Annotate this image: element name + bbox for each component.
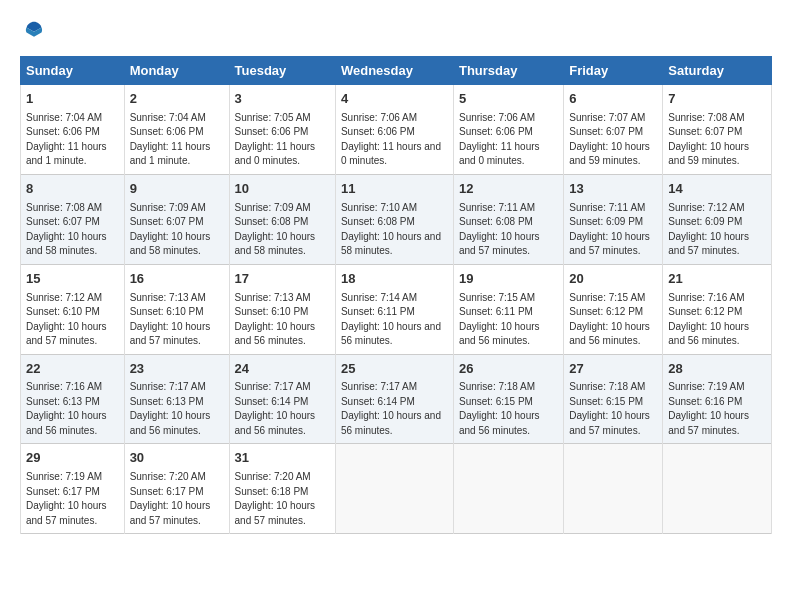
sunset: Sunset: 6:15 PM [569, 396, 643, 407]
calendar-cell: 14Sunrise: 7:12 AMSunset: 6:09 PMDayligh… [663, 174, 772, 264]
calendar-table: SundayMondayTuesdayWednesdayThursdayFrid… [20, 56, 772, 534]
sunrise: Sunrise: 7:09 AM [130, 202, 206, 213]
sunrise: Sunrise: 7:06 AM [459, 112, 535, 123]
sunrise: Sunrise: 7:08 AM [668, 112, 744, 123]
daylight: Daylight: 10 hours and 57 minutes. [668, 410, 749, 436]
calendar-cell: 6Sunrise: 7:07 AMSunset: 6:07 PMDaylight… [564, 85, 663, 175]
sunset: Sunset: 6:07 PM [569, 126, 643, 137]
logo [20, 20, 44, 40]
header-wednesday: Wednesday [335, 57, 453, 85]
daylight: Daylight: 10 hours and 56 minutes. [26, 410, 107, 436]
daylight: Daylight: 10 hours and 57 minutes. [26, 500, 107, 526]
sunrise: Sunrise: 7:19 AM [26, 471, 102, 482]
day-number: 7 [668, 90, 766, 109]
header-friday: Friday [564, 57, 663, 85]
daylight: Daylight: 10 hours and 56 minutes. [341, 410, 441, 436]
calendar-cell [335, 444, 453, 534]
sunrise: Sunrise: 7:17 AM [130, 381, 206, 392]
sunrise: Sunrise: 7:18 AM [569, 381, 645, 392]
calendar-cell: 26Sunrise: 7:18 AMSunset: 6:15 PMDayligh… [453, 354, 563, 444]
header-saturday: Saturday [663, 57, 772, 85]
daylight: Daylight: 10 hours and 57 minutes. [130, 321, 211, 347]
sunset: Sunset: 6:13 PM [26, 396, 100, 407]
sunset: Sunset: 6:11 PM [341, 306, 415, 317]
day-number: 9 [130, 180, 224, 199]
sunrise: Sunrise: 7:20 AM [130, 471, 206, 482]
sunset: Sunset: 6:10 PM [235, 306, 309, 317]
daylight: Daylight: 11 hours and 1 minute. [26, 141, 107, 167]
calendar-cell: 1Sunrise: 7:04 AMSunset: 6:06 PMDaylight… [21, 85, 125, 175]
week-row: 29Sunrise: 7:19 AMSunset: 6:17 PMDayligh… [21, 444, 772, 534]
sunset: Sunset: 6:06 PM [341, 126, 415, 137]
sunrise: Sunrise: 7:04 AM [130, 112, 206, 123]
calendar-cell: 18Sunrise: 7:14 AMSunset: 6:11 PMDayligh… [335, 264, 453, 354]
sunset: Sunset: 6:07 PM [668, 126, 742, 137]
sunrise: Sunrise: 7:13 AM [235, 292, 311, 303]
sunrise: Sunrise: 7:11 AM [569, 202, 645, 213]
daylight: Daylight: 10 hours and 57 minutes. [130, 500, 211, 526]
day-number: 19 [459, 270, 558, 289]
daylight: Daylight: 11 hours and 0 minutes. [459, 141, 540, 167]
day-number: 5 [459, 90, 558, 109]
daylight: Daylight: 10 hours and 57 minutes. [668, 231, 749, 257]
day-number: 10 [235, 180, 330, 199]
sunrise: Sunrise: 7:19 AM [668, 381, 744, 392]
sunrise: Sunrise: 7:17 AM [235, 381, 311, 392]
calendar-cell: 17Sunrise: 7:13 AMSunset: 6:10 PMDayligh… [229, 264, 335, 354]
sunrise: Sunrise: 7:16 AM [26, 381, 102, 392]
day-number: 14 [668, 180, 766, 199]
sunset: Sunset: 6:11 PM [459, 306, 533, 317]
sunset: Sunset: 6:08 PM [341, 216, 415, 227]
calendar-cell: 9Sunrise: 7:09 AMSunset: 6:07 PMDaylight… [124, 174, 229, 264]
calendar-cell: 10Sunrise: 7:09 AMSunset: 6:08 PMDayligh… [229, 174, 335, 264]
daylight: Daylight: 11 hours and 0 minutes. [235, 141, 316, 167]
daylight: Daylight: 10 hours and 58 minutes. [235, 231, 316, 257]
sunrise: Sunrise: 7:05 AM [235, 112, 311, 123]
day-number: 1 [26, 90, 119, 109]
sunrise: Sunrise: 7:12 AM [668, 202, 744, 213]
sunset: Sunset: 6:10 PM [130, 306, 204, 317]
sunrise: Sunrise: 7:16 AM [668, 292, 744, 303]
sunrise: Sunrise: 7:07 AM [569, 112, 645, 123]
calendar-cell: 21Sunrise: 7:16 AMSunset: 6:12 PMDayligh… [663, 264, 772, 354]
week-row: 15Sunrise: 7:12 AMSunset: 6:10 PMDayligh… [21, 264, 772, 354]
calendar-cell: 20Sunrise: 7:15 AMSunset: 6:12 PMDayligh… [564, 264, 663, 354]
week-row: 22Sunrise: 7:16 AMSunset: 6:13 PMDayligh… [21, 354, 772, 444]
calendar-cell [564, 444, 663, 534]
calendar-cell: 12Sunrise: 7:11 AMSunset: 6:08 PMDayligh… [453, 174, 563, 264]
day-number: 13 [569, 180, 657, 199]
header-monday: Monday [124, 57, 229, 85]
calendar-cell: 5Sunrise: 7:06 AMSunset: 6:06 PMDaylight… [453, 85, 563, 175]
calendar-cell: 19Sunrise: 7:15 AMSunset: 6:11 PMDayligh… [453, 264, 563, 354]
sunset: Sunset: 6:17 PM [26, 486, 100, 497]
day-number: 6 [569, 90, 657, 109]
calendar-cell: 24Sunrise: 7:17 AMSunset: 6:14 PMDayligh… [229, 354, 335, 444]
calendar-cell: 15Sunrise: 7:12 AMSunset: 6:10 PMDayligh… [21, 264, 125, 354]
sunrise: Sunrise: 7:06 AM [341, 112, 417, 123]
sunset: Sunset: 6:13 PM [130, 396, 204, 407]
day-number: 15 [26, 270, 119, 289]
day-number: 2 [130, 90, 224, 109]
day-number: 26 [459, 360, 558, 379]
daylight: Daylight: 10 hours and 58 minutes. [341, 231, 441, 257]
sunset: Sunset: 6:08 PM [459, 216, 533, 227]
sunset: Sunset: 6:17 PM [130, 486, 204, 497]
calendar-cell: 29Sunrise: 7:19 AMSunset: 6:17 PMDayligh… [21, 444, 125, 534]
daylight: Daylight: 10 hours and 56 minutes. [235, 321, 316, 347]
sunrise: Sunrise: 7:17 AM [341, 381, 417, 392]
calendar-cell: 22Sunrise: 7:16 AMSunset: 6:13 PMDayligh… [21, 354, 125, 444]
daylight: Daylight: 10 hours and 59 minutes. [668, 141, 749, 167]
sunset: Sunset: 6:10 PM [26, 306, 100, 317]
day-number: 29 [26, 449, 119, 468]
daylight: Daylight: 10 hours and 56 minutes. [341, 321, 441, 347]
daylight: Daylight: 10 hours and 56 minutes. [459, 410, 540, 436]
daylight: Daylight: 10 hours and 59 minutes. [569, 141, 650, 167]
sunset: Sunset: 6:12 PM [668, 306, 742, 317]
logo-icon [24, 20, 44, 40]
sunset: Sunset: 6:06 PM [130, 126, 204, 137]
week-row: 1Sunrise: 7:04 AMSunset: 6:06 PMDaylight… [21, 85, 772, 175]
day-number: 25 [341, 360, 448, 379]
sunset: Sunset: 6:08 PM [235, 216, 309, 227]
sunrise: Sunrise: 7:18 AM [459, 381, 535, 392]
sunrise: Sunrise: 7:10 AM [341, 202, 417, 213]
